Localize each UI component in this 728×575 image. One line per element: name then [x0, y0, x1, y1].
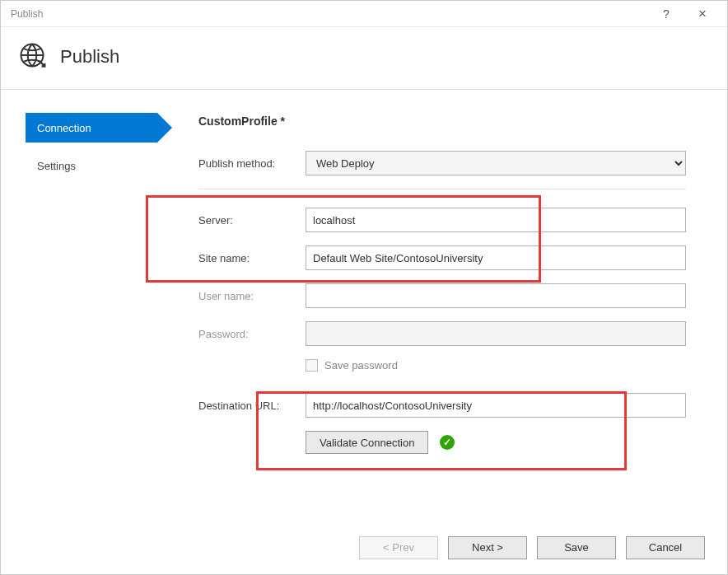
save-password-label: Save password [324, 359, 398, 372]
destination-url-input[interactable] [306, 393, 686, 418]
footer: < Prev Next > Save Cancel [0, 519, 728, 575]
cancel-button[interactable]: Cancel [626, 536, 705, 559]
close-icon: × [698, 6, 707, 22]
help-button[interactable]: ? [648, 2, 684, 26]
site-name-input[interactable] [306, 245, 686, 270]
sidebar-tab-label: Settings [37, 160, 76, 172]
publish-globe-icon [17, 40, 47, 72]
profile-title: CustomProfile * [198, 115, 686, 128]
server-input[interactable] [306, 208, 686, 232]
prev-button: < Prev [359, 536, 438, 559]
sidebar-tab-settings[interactable]: Settings [26, 151, 157, 180]
main-panel: CustomProfile * Publish method: Web Depl… [157, 113, 727, 513]
save-password-row: Save password [306, 359, 686, 372]
site-name-label: Site name: [198, 252, 306, 264]
password-label: Password: [198, 328, 306, 340]
titlebar: Publish ? × [1, 1, 727, 27]
server-label: Server: [198, 214, 306, 227]
next-button[interactable]: Next > [448, 536, 527, 559]
close-button[interactable]: × [684, 2, 721, 26]
validation-success-icon: ✓ [440, 435, 455, 450]
publish-method-select[interactable]: Web Deploy [306, 151, 686, 175]
save-button[interactable]: Save [537, 536, 616, 559]
password-input[interactable] [306, 321, 686, 346]
publish-method-label: Publish method: [198, 157, 306, 170]
user-name-input[interactable] [306, 283, 686, 308]
sidebar: Connection Settings [1, 113, 157, 513]
divider [198, 189, 686, 189]
validate-connection-button[interactable]: Validate Connection [306, 431, 428, 454]
user-name-label: User name: [198, 290, 306, 302]
sidebar-tab-connection[interactable]: Connection [26, 113, 157, 143]
page-title: Publish [60, 46, 119, 68]
window-title: Publish [11, 8, 648, 20]
header: Publish [1, 27, 727, 90]
destination-url-label: Destination URL: [198, 400, 306, 412]
help-icon: ? [663, 7, 670, 21]
sidebar-tab-label: Connection [37, 122, 91, 134]
save-password-checkbox[interactable] [306, 359, 318, 372]
